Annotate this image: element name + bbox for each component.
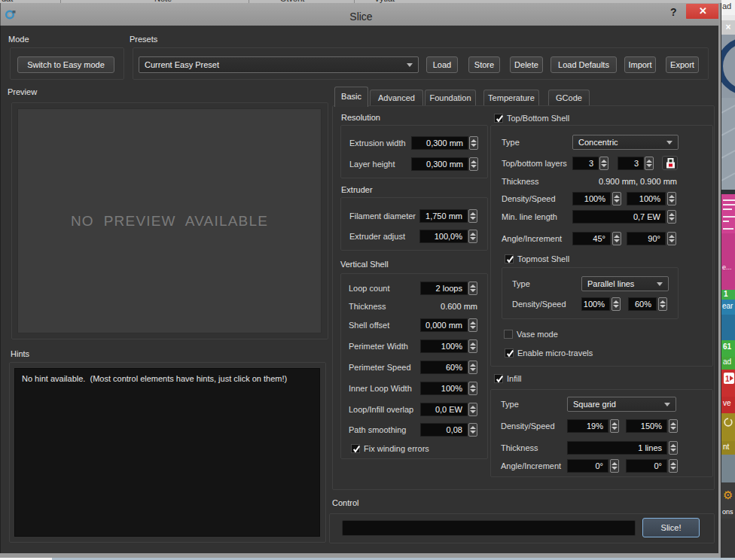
svg-text:1: 1 bbox=[725, 375, 730, 383]
